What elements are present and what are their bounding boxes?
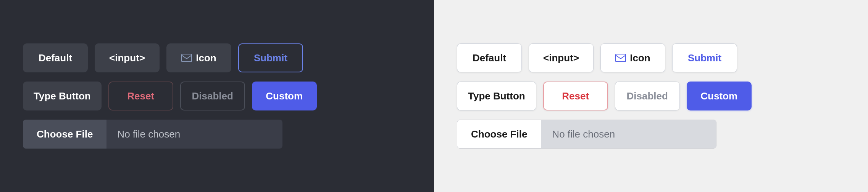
svg-rect-0 [182, 54, 192, 62]
light-reset-button[interactable]: Reset [543, 82, 608, 110]
light-icon-button-label: Icon [630, 52, 650, 64]
light-row-1: Default <input> Icon Submit [457, 43, 845, 72]
svg-rect-1 [616, 54, 626, 62]
mail-icon [181, 54, 192, 62]
light-icon-button[interactable]: Icon [600, 43, 665, 72]
dark-row-2: Type Button Reset Disabled Custom [23, 82, 411, 110]
dark-icon-button[interactable]: Icon [166, 43, 231, 72]
light-submit-button[interactable]: Submit [672, 43, 737, 72]
dark-default-button[interactable]: Default [23, 43, 88, 72]
light-custom-button[interactable]: Custom [687, 82, 752, 110]
dark-custom-button[interactable]: Custom [252, 82, 317, 110]
light-file-input-container: Choose File No file chosen [457, 120, 716, 149]
light-choose-file-button[interactable]: Choose File [457, 120, 541, 148]
light-no-file-label: No file chosen [541, 120, 716, 148]
dark-choose-file-button[interactable]: Choose File [23, 120, 106, 149]
dark-row-1: Default <input> Icon Submit [23, 43, 411, 72]
light-disabled-button[interactable]: Disabled [615, 82, 680, 110]
dark-file-input-container: Choose File No file chosen [23, 120, 282, 149]
light-default-button[interactable]: Default [457, 43, 522, 72]
dark-reset-button[interactable]: Reset [108, 82, 173, 110]
light-typebutton-button[interactable]: Type Button [457, 82, 536, 110]
dark-icon-button-label: Icon [196, 52, 216, 64]
dark-input-button[interactable]: <input> [95, 43, 160, 72]
dark-typebutton-button[interactable]: Type Button [23, 82, 102, 110]
light-input-button[interactable]: <input> [529, 43, 594, 72]
dark-submit-button[interactable]: Submit [238, 43, 303, 72]
dark-no-file-label: No file chosen [106, 120, 282, 149]
dark-disabled-button[interactable]: Disabled [180, 82, 245, 110]
light-panel: Default <input> Icon Submit Type Button … [434, 0, 868, 192]
light-row-2: Type Button Reset Disabled Custom [457, 82, 845, 110]
mail-icon-light [615, 54, 626, 62]
dark-panel: Default <input> Icon Submit Type Button … [0, 0, 434, 192]
